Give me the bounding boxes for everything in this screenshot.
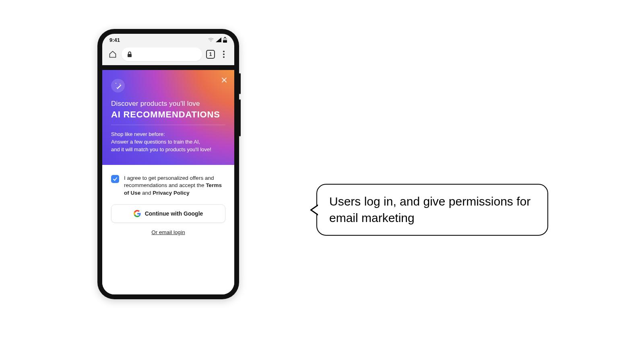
svg-point-7 [116, 83, 116, 84]
lock-icon [127, 51, 132, 57]
consent-prefix: I agree to get personalized offers and r… [124, 175, 214, 189]
home-button[interactable] [108, 49, 118, 59]
hero-divider [111, 125, 225, 125]
hero-banner: Discover products you'll love AI RECOMME… [102, 70, 234, 165]
divider [102, 65, 234, 70]
phone-frame: 9:41 1 [97, 29, 239, 299]
url-bar[interactable] [122, 47, 202, 61]
status-bar: 9:41 [102, 34, 234, 46]
tab-count: 1 [209, 51, 212, 57]
privacy-policy-link[interactable]: Privacy Policy [153, 190, 190, 196]
phone-screen: 9:41 1 [102, 34, 234, 294]
consent-row: I agree to get personalized offers and r… [111, 175, 225, 197]
page-content: Discover products you'll love AI RECOMME… [102, 70, 234, 294]
signal-icon [216, 37, 221, 42]
hero-body: Shop like never before: Answer a few que… [111, 131, 225, 154]
annotation-callout: Users log in, and give permissions for e… [316, 184, 548, 236]
svg-point-8 [120, 84, 120, 84]
google-icon [134, 210, 141, 217]
status-time: 9:41 [109, 37, 120, 43]
annotation-text: Users log in, and give permissions for e… [329, 195, 530, 224]
hero-subheading: Discover products you'll love [111, 100, 225, 108]
magic-wand-icon [114, 82, 122, 89]
consent-and: and [140, 190, 153, 196]
email-login-link[interactable]: Or email login [111, 229, 225, 235]
consent-checkbox[interactable] [111, 175, 119, 183]
svg-rect-3 [128, 54, 132, 57]
continue-with-google-button[interactable]: Continue with Google [111, 204, 225, 223]
magic-wand-badge [111, 79, 125, 93]
svg-rect-0 [224, 37, 226, 38]
overflow-menu-button[interactable] [219, 49, 229, 59]
svg-point-9 [116, 87, 117, 88]
wifi-icon [208, 37, 214, 42]
checkmark-icon [113, 177, 118, 181]
home-icon [109, 50, 117, 58]
tabs-button[interactable]: 1 [206, 50, 215, 59]
hero-title: AI RECOMMENDATIONS [111, 109, 225, 120]
browser-toolbar: 1 [102, 46, 234, 65]
hero-body-line: Answer a few questions to train the AI, [111, 139, 200, 145]
google-button-label: Continue with Google [145, 210, 203, 217]
status-indicators [208, 37, 227, 43]
consent-text: I agree to get personalized offers and r… [124, 175, 225, 197]
close-button[interactable] [220, 76, 229, 84]
hero-body-line: and it will match you to products you'll… [111, 146, 211, 152]
svg-rect-2 [223, 40, 227, 43]
svg-rect-6 [117, 84, 121, 89]
close-icon [221, 77, 227, 83]
hero-body-line: Shop like never before: [111, 131, 165, 137]
auth-section: I agree to get personalized offers and r… [102, 165, 234, 245]
battery-icon [223, 37, 227, 43]
